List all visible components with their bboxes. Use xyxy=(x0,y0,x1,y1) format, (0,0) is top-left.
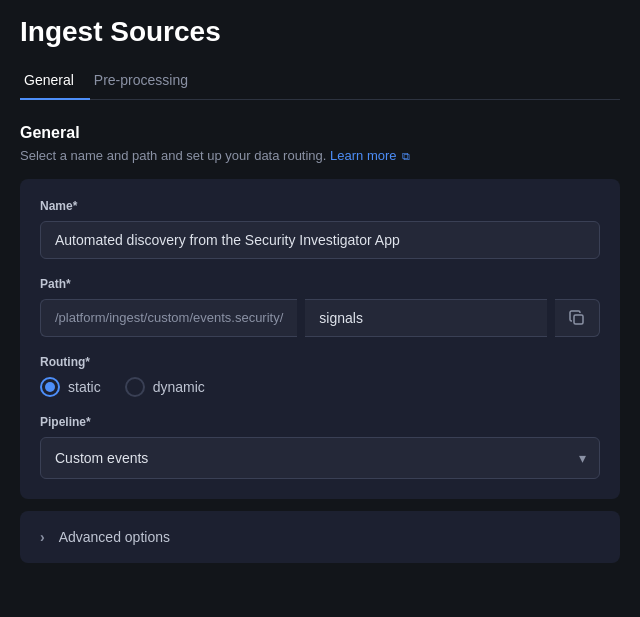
routing-dynamic-label: dynamic xyxy=(153,379,205,395)
pipeline-field: Pipeline* Custom events Default pipeline… xyxy=(40,415,600,479)
name-label: Name* xyxy=(40,199,600,213)
section-title: General xyxy=(20,124,620,142)
routing-dynamic-radio[interactable] xyxy=(125,377,145,397)
advanced-chevron-icon: › xyxy=(40,529,45,545)
pipeline-select[interactable]: Custom events Default pipeline Security … xyxy=(40,437,600,479)
routing-field: Routing* static dynamic xyxy=(40,355,600,397)
path-suffix-input[interactable] xyxy=(305,299,547,337)
routing-static-label: static xyxy=(68,379,101,395)
section-description: Select a name and path and set up your d… xyxy=(20,148,620,163)
svg-rect-0 xyxy=(574,315,583,324)
name-field: Name* xyxy=(40,199,600,259)
pipeline-label: Pipeline* xyxy=(40,415,600,429)
routing-label: Routing* xyxy=(40,355,600,369)
path-row: /platform/ingest/custom/events.security/ xyxy=(40,299,600,337)
copy-path-button[interactable] xyxy=(555,299,600,337)
copy-icon xyxy=(569,310,585,326)
external-link-icon: ⧉ xyxy=(402,150,410,163)
path-field: Path* /platform/ingest/custom/events.sec… xyxy=(40,277,600,337)
pipeline-select-wrapper: Custom events Default pipeline Security … xyxy=(40,437,600,479)
routing-static-radio[interactable] xyxy=(40,377,60,397)
form-card: Name* Path* /platform/ingest/custom/even… xyxy=(20,179,620,499)
advanced-options-card[interactable]: › Advanced options xyxy=(20,511,620,563)
learn-more-link[interactable]: Learn more ⧉ xyxy=(330,148,410,163)
routing-static-option[interactable]: static xyxy=(40,377,101,397)
tab-preprocessing[interactable]: Pre-processing xyxy=(90,64,204,100)
routing-dynamic-option[interactable]: dynamic xyxy=(125,377,205,397)
tabs-bar: General Pre-processing xyxy=(20,64,620,100)
advanced-options-label: Advanced options xyxy=(59,529,170,545)
routing-options: static dynamic xyxy=(40,377,600,397)
page-title: Ingest Sources xyxy=(20,16,620,48)
tab-general[interactable]: General xyxy=(20,64,90,100)
path-label: Path* xyxy=(40,277,600,291)
name-input[interactable] xyxy=(40,221,600,259)
path-prefix: /platform/ingest/custom/events.security/ xyxy=(40,299,297,337)
